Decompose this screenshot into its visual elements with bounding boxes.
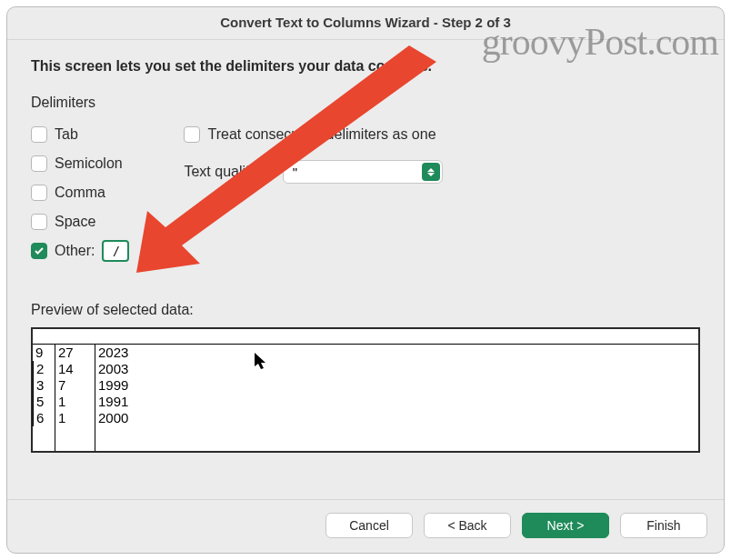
preview-cell: 9 [33,345,55,361]
preview-cell: 2000 [95,410,698,426]
text-qualifier-label: Text qualifier: [184,164,269,180]
delimiters-group: Delimiters Tab Semicolon Comma Space [31,95,129,265]
delimiter-tab-row: Tab [31,120,129,149]
preview-cell: 5 [33,394,55,410]
stepper-icon [422,163,440,181]
preview-box[interactable]: 92720232142003371999511991612000 [31,327,700,453]
preview-cell: 2003 [95,361,698,377]
delimiter-comma-label: Comma [55,185,105,201]
preview-cell: 14 [55,361,95,377]
preview-cell: 1999 [95,377,698,394]
treat-consecutive-checkbox[interactable] [184,126,200,143]
delimiter-tab-checkbox[interactable] [31,126,47,143]
preview-grid: 92720232142003371999511991612000 [33,344,698,426]
delimiter-tab-label: Tab [55,126,78,143]
preview-label: Preview of selected data: [31,302,700,318]
delimiter-space-checkbox[interactable] [31,214,47,230]
preview-cell: 2 [33,361,55,377]
delimiter-comma-row: Comma [31,178,129,207]
text-qualifier-select[interactable]: " [283,160,443,184]
delimiter-semicolon-row: Semicolon [31,149,129,178]
delimiter-comma-checkbox[interactable] [31,185,47,201]
button-bar: Cancel < Back Next > Finish [7,499,724,553]
delimiter-space-label: Space [55,214,95,230]
options-row: Delimiters Tab Semicolon Comma Space [31,95,700,265]
preview-cell: 27 [55,345,95,361]
delimiters-label: Delimiters [31,95,129,111]
text-qualifier-row: Text qualifier: " [184,160,700,184]
delimiter-other-row: Other: [31,236,129,265]
delimiter-other-label: Other: [55,243,95,259]
treat-consecutive-label: Treat consecutive delimiters as one [207,126,436,143]
preview-cell: 1 [55,410,95,426]
preview-cell: 1 [55,394,95,410]
preview-cell: 7 [55,377,95,394]
treat-consecutive-row: Treat consecutive delimiters as one [184,120,700,149]
delimiter-other-input[interactable] [102,240,129,262]
next-button[interactable]: Next > [522,513,609,538]
cancel-button[interactable]: Cancel [325,513,413,538]
dialog-content: This screen lets you set the delimiters … [7,40,724,499]
delimiter-semicolon-label: Semicolon [55,155,123,172]
text-qualifier-value: " [293,165,297,180]
preview-cell: 6 [33,410,55,426]
wizard-dialog: Convert Text to Columns Wizard - Step 2 … [6,6,725,554]
back-button[interactable]: < Back [424,513,511,538]
preview-cell: 1991 [95,394,698,410]
window-title: Convert Text to Columns Wizard - Step 2 … [7,7,724,40]
delimiter-space-row: Space [31,207,129,236]
preview-cell: 3 [33,377,55,394]
right-options: Treat consecutive delimiters as one Text… [184,95,700,184]
finish-button[interactable]: Finish [620,513,707,538]
preview-cell: 2023 [95,345,698,361]
delimiter-semicolon-checkbox[interactable] [31,155,47,172]
instruction-text: This screen lets you set the delimiters … [31,58,700,75]
delimiter-other-checkbox[interactable] [31,243,47,259]
